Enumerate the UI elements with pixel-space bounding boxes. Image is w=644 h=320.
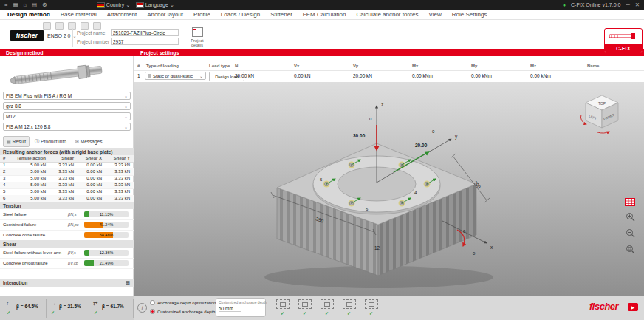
- minimize-icon[interactable]: ─: [626, 2, 629, 8]
- type-of-loading-dropdown[interactable]: Static or quasi-static ⌄: [145, 72, 206, 80]
- utilization-label: Steel failure without lever arm: [3, 251, 61, 255]
- menu-stiffener[interactable]: Stiffener: [265, 11, 298, 18]
- gear-icon[interactable]: ⚙: [42, 2, 47, 8]
- zoom-in-icon[interactable]: [625, 211, 636, 222]
- cell: 5.00 kN: [10, 176, 46, 180]
- chevron-down-icon: ⌄: [73, 33, 77, 38]
- cell: 3.33 kN: [47, 169, 74, 174]
- country-selector[interactable]: Country ⌄: [97, 2, 131, 8]
- view-toggle-button-2[interactable]: [298, 299, 312, 309]
- load-vx-value[interactable]: 0.00 kN: [294, 73, 310, 78]
- interaction-title: Interaction: [3, 280, 27, 285]
- dimension-thickness-label: 12: [374, 245, 380, 251]
- app-title: C-FIX Online v1.7.0.0: [571, 2, 620, 7]
- quick-action-icon-2[interactable]: [55, 22, 64, 30]
- utilization-badge: 12.36%: [84, 250, 129, 256]
- col-n: N: [235, 64, 238, 68]
- project-details-button[interactable]: Project details: [185, 27, 210, 47]
- menu-role-settings[interactable]: Role Settings: [447, 11, 493, 18]
- interaction-section-header[interactable]: Interaction ⊞: [0, 279, 134, 287]
- chevron-down-icon: ⌄: [124, 124, 128, 129]
- menu-calculate-anchor-forces[interactable]: Calculate anchor forces: [352, 11, 424, 18]
- c-fix-anchor-graphic: [605, 29, 640, 44]
- check-icon: ✓: [51, 310, 55, 315]
- radio-anchorage-depth-optimization[interactable]: Anchorage depth optimization: [150, 300, 216, 305]
- quick-action-icon-5[interactable]: [93, 22, 101, 30]
- product-family-dropdown[interactable]: FIS EM Plus with FIS A / RG M ⌄: [3, 92, 131, 100]
- check-icon: ✓: [347, 310, 351, 316]
- view-toggle-button-1[interactable]: [276, 299, 290, 309]
- plate-view-icon: [369, 302, 374, 307]
- customized-anchorage-depth-field[interactable]: Customized anchorage depth 50 mm: [216, 298, 266, 317]
- col-load-type: Load type: [209, 64, 230, 68]
- model-3d-viewport[interactable]: 5 6 4 350 290 12 z 0 30.00 y 0 20.00: [134, 82, 644, 296]
- cell: 0.00 kN: [75, 163, 102, 167]
- info-icon[interactable]: i: [137, 303, 147, 313]
- utilization-symbol: βN,s: [68, 212, 76, 217]
- tab-product-info[interactable]: ⓘ Product info: [31, 136, 70, 147]
- anchor-size-dropdown[interactable]: M12 ⌄: [3, 112, 131, 120]
- zoom-out-icon[interactable]: [625, 228, 636, 239]
- measurement-grid-icon[interactable]: [624, 197, 635, 208]
- load-mz-value[interactable]: 0.00 kNm: [530, 73, 551, 78]
- utilization-row: Steel failure without lever arm βV,s 12.…: [0, 248, 134, 259]
- menu-anchor-layout[interactable]: Anchor layout: [142, 11, 188, 18]
- tab-messages[interactable]: ✉ Messages: [72, 136, 106, 147]
- project-name-label: Project name: [77, 30, 105, 35]
- close-icon[interactable]: ✕: [635, 2, 640, 8]
- menubar: Design method Base material Attachment A…: [0, 10, 644, 20]
- menu-base-material[interactable]: Base material: [55, 11, 102, 18]
- language-selector[interactable]: Language ⌄: [136, 2, 174, 8]
- menu-fem-calculation[interactable]: FEM Calculation: [298, 11, 352, 18]
- quick-action-icon-1[interactable]: [43, 22, 51, 30]
- utilization-badge: 11.13%: [84, 211, 129, 217]
- utilization-row: Steel failure βN,s 11.13%: [0, 209, 134, 220]
- menu-loads-design[interactable]: Loads / Design: [216, 11, 265, 18]
- view-toggle-button-3[interactable]: [321, 299, 334, 309]
- utilization-label: Steel failure: [3, 212, 27, 217]
- view-toggle-button-4[interactable]: [343, 299, 356, 309]
- anchor-product-image: [7, 58, 126, 90]
- shear-section-title: Shear: [0, 240, 134, 248]
- depth-field-value[interactable]: 50 mm: [219, 306, 241, 312]
- cell: 3.33 kN: [103, 196, 130, 200]
- steel-grade-dropdown[interactable]: gvz 8.8 ⌄: [3, 102, 131, 110]
- tab-result-label: Result: [13, 139, 26, 144]
- menu-view[interactable]: View: [424, 11, 447, 18]
- tab-result[interactable]: ▤ Result: [3, 136, 30, 147]
- cell: 3.33 kN: [103, 169, 130, 174]
- online-status-icon: ●: [563, 2, 566, 7]
- cell: 5.00 kN: [10, 183, 46, 187]
- project-name-input[interactable]: [111, 29, 179, 36]
- menu-profile[interactable]: Profile: [188, 11, 216, 18]
- radio-label: Customized anchorage depth: [157, 310, 215, 314]
- menu-design-method[interactable]: Design method: [2, 11, 55, 18]
- quick-action-icon-4[interactable]: [80, 22, 89, 30]
- load-my-value[interactable]: 0.00 kNm: [471, 73, 492, 78]
- anchor-variant-dropdown[interactable]: FIS A M 12 x 120 8.8 ⌄: [3, 123, 131, 131]
- col-name: Name: [587, 64, 599, 68]
- view-toggle-button-5[interactable]: [365, 299, 378, 309]
- radio-customized-anchorage-depth[interactable]: Customized anchorage depth: [150, 309, 215, 314]
- menu-attachment[interactable]: Attachment: [102, 11, 142, 18]
- menu-icon[interactable]: ≡: [4, 2, 7, 8]
- cell: 5.00 kN: [10, 189, 46, 194]
- cell: 4: [3, 183, 5, 187]
- shear-utilization-icon: →: [50, 301, 56, 307]
- home-icon[interactable]: ⌂: [23, 2, 27, 8]
- load-mx-value[interactable]: 0.00 kNm: [412, 73, 433, 78]
- expand-icon[interactable]: ⊞: [126, 280, 130, 286]
- document-icon[interactable]: ▤: [32, 2, 37, 8]
- project-number-input[interactable]: [111, 38, 179, 45]
- chevron-down-icon: ⌄: [124, 103, 128, 109]
- tiles-icon[interactable]: ▦: [13, 2, 18, 8]
- fischer-logo: fischer: [10, 30, 44, 41]
- col-shear: Shear: [47, 156, 74, 160]
- load-row-index: 1: [137, 73, 140, 78]
- utilization-symbol: βN,pc: [68, 222, 78, 227]
- cell: 3.33 kN: [47, 183, 74, 187]
- product-family-value: FIS EM Plus with FIS A / RG M: [6, 93, 72, 98]
- load-n-value[interactable]: 30.00 kN: [235, 73, 254, 78]
- zoom-fit-icon[interactable]: [625, 244, 636, 255]
- load-vy-value[interactable]: 20.00 kN: [353, 73, 372, 78]
